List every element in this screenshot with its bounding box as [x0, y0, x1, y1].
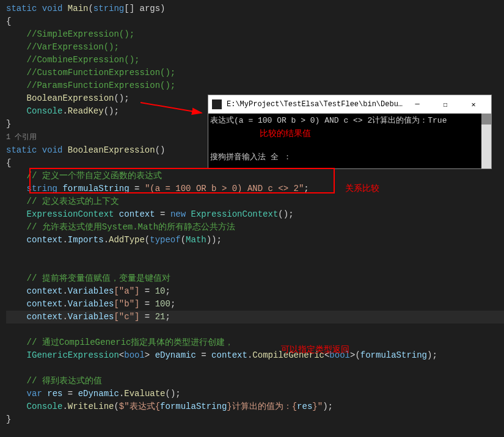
console-titlebar[interactable]: E:\MyProject\TestElsa\TestFlee\bin\Debug… [208, 95, 491, 114]
scrollbar-thumb[interactable] [481, 114, 491, 125]
formula-string: "(a = 100 OR b > 0) AND c <> 2" [145, 184, 304, 193]
keyword-void: void [42, 4, 63, 13]
comment: //ParamsFunctionExpression(); [27, 81, 176, 90]
type-console: Console [27, 106, 63, 116]
comment: // 定义一个带自定义函数的表达式 [27, 171, 162, 181]
comment: //VarExpression(); [27, 42, 119, 52]
comment: //CustomFunctionExpression(); [27, 68, 176, 78]
console-output[interactable]: 表达式(a = 100 OR b > 0) AND c <> 2计算出的值为：T… [208, 114, 491, 168]
keyword-string: string [93, 4, 124, 13]
comment: //SimpleExpression(); [27, 29, 134, 39]
references-count[interactable]: 1 个引用 [6, 133, 37, 142]
annotation-result: 比较的结果值 [260, 128, 311, 139]
comment: // 得到表达式的值 [27, 376, 102, 386]
call-boolean: BooleanExpression [27, 93, 114, 103]
maximize-button[interactable]: ☐ [431, 95, 459, 114]
comment: // 定义表达式的上下文 [27, 197, 119, 206]
comment: // 通过CompileGeneric指定具体的类型进行创建， [27, 338, 234, 347]
console-line-1: 表达式(a = 100 OR b > 0) AND c <> 2计算出的值为：T… [210, 115, 489, 127]
comment: // 提前将变量值赋值，变量是键值对 [27, 273, 170, 283]
console-scrollbar[interactable] [481, 114, 491, 168]
console-line-ime: 搜狗拼音输入法 全 ： [210, 151, 489, 164]
console-icon [212, 99, 222, 109]
close-button[interactable]: ✕ [459, 95, 488, 114]
annotation-return: 可以指定类型返回 [281, 344, 349, 355]
annotation-relation: 关系比较 [345, 183, 379, 194]
console-window[interactable]: E:\MyProject\TestElsa\TestFlee\bin\Debug… [208, 95, 492, 169]
minimize-button[interactable]: — [403, 95, 431, 114]
method-main: Main [68, 4, 89, 13]
method-readkey: ReadKey [68, 106, 104, 116]
comment: // 允许表达式使用System.Math的所有静态公共方法 [27, 222, 236, 232]
keyword-static: static [6, 4, 37, 13]
console-title: E:\MyProject\TestElsa\TestFlee\bin\Debug… [227, 100, 403, 109]
method-booleanexpression: BooleanExpression [68, 145, 155, 155]
comment: //CombineExpression(); [27, 55, 140, 65]
code-editor[interactable]: static void Main(string[] args) { //Simp… [0, 0, 504, 428]
